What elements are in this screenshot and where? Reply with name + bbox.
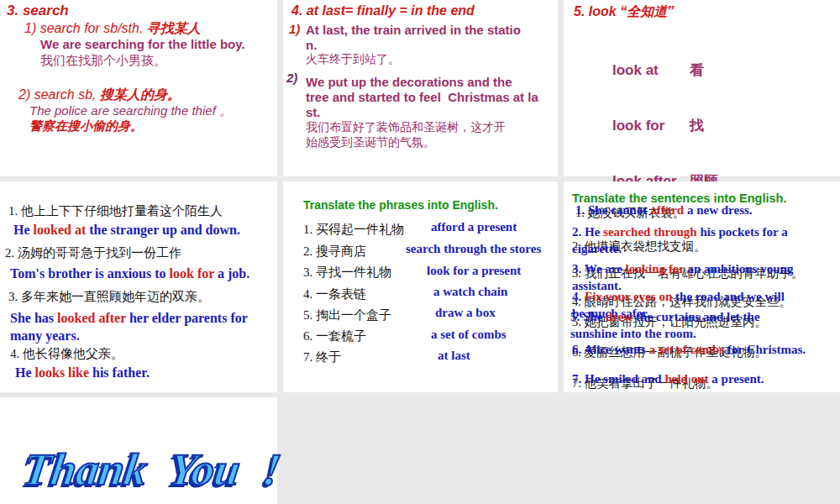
look-phrase-chinese: 找 — [690, 118, 704, 134]
exercise-sentence-4-chinese: 4. 他长得像他父亲。 — [10, 346, 123, 362]
phrase-chinese: 4. 一条表链 — [303, 286, 366, 302]
look-phrase-english: look for — [612, 117, 690, 135]
search-example-2-chinese: 警察在搜小偷的身。 — [29, 118, 143, 134]
search-usage-1-label: 1) search for sb/sth. — [24, 21, 147, 35]
atlast-item-2-english-line3: st. — [306, 105, 321, 119]
phrase-chinese: 7. 终于 — [303, 349, 341, 365]
slide-sorter-canvas: 3. search 1) search for sb/sth. 寻找某人 We … — [0, 0, 840, 504]
slide-search-thumbnail[interactable]: 3. search 1) search for sb/sth. 寻找某人 We … — [0, 0, 277, 176]
atlast-item-2-number: 2) — [286, 71, 297, 85]
atlast-item-2-chinese-line2: 始感受到圣诞节的气氛。 — [306, 135, 435, 149]
phrase-chinese: 2. 搜寻商店 — [303, 244, 366, 260]
slide-atlast-thumbnail[interactable]: 4. at last= finally = in the end 1) At l… — [283, 0, 558, 176]
slide-look-exercise-thumbnail[interactable]: 1. 他上上下下仔细地打量着这个陌生人 He looked at the str… — [0, 181, 277, 392]
look-phrase-row: look for找 — [612, 117, 747, 135]
exercise-sentence-2-english: Tom's brother is anxious to look for a j… — [10, 266, 249, 281]
exercise-sentence-3-english: She has looked after her elder parents f… — [10, 309, 248, 344]
search-usage-1-chinese: 寻找某人 — [147, 21, 201, 35]
atlast-item-1-english-line2: n. — [306, 38, 317, 52]
atlast-item-2-english-line1: We put up the decorations and the — [306, 75, 512, 89]
look-phrase-english: look at — [612, 61, 690, 80]
slide-thankyou-thumbnail[interactable]: Thank You ! — [0, 397, 277, 504]
search-slide-title: 3. search — [7, 3, 69, 19]
exercise-sentence-2-chinese: 2. 汤姆的哥哥急于找到一份工作 — [5, 245, 181, 261]
phrase-chinese: 3. 寻找一件礼物 — [303, 265, 391, 281]
sentence-5-answer: 5. She drew the curtains and let thesuns… — [570, 308, 760, 342]
phrase-answer: at last — [438, 349, 470, 363]
look-phrase-row: look at看 — [612, 61, 747, 80]
search-usage-1: 1) search for sb/sth. 寻找某人 — [24, 20, 201, 38]
atlast-item-2-chinese-line1: 我们布置好了装饰品和圣诞树，这才开 — [306, 120, 506, 134]
sentence-1-answer: 1. She cannot afford a new dress. — [575, 202, 753, 218]
phrase-answer: a set of combs — [431, 328, 507, 342]
atlast-item-1-number: 1) — [289, 22, 300, 36]
exercise-sentence-3-chinese: 3. 多年来她一直照顾她年迈的双亲。 — [8, 289, 210, 305]
exercise-sentence-1-chinese: 1. 他上上下下仔细地打量着这个陌生人 — [8, 203, 223, 219]
phrase-chinese: 1. 买得起一件礼物 — [303, 222, 404, 238]
search-usage-2-chinese: 搜某人的身。 — [100, 87, 181, 102]
slide-phrases-thumbnail[interactable]: Translate the phrases into English. 1. 买… — [283, 181, 558, 392]
sentence-2-answer: 2. He searched through his pockets for a… — [572, 223, 788, 257]
slide-sentences-thumbnail[interactable]: Translate the sentences into English. 1.… — [564, 181, 840, 392]
atlast-item-1-english-line1: At last, the train arrived in the statio — [306, 23, 521, 37]
phrase-answer: a watch chain — [433, 285, 507, 299]
atlast-item-2-chinese: 我们布置好了装饰品和圣诞树，这才开始感受到圣诞节的气氛。 — [306, 119, 506, 150]
sentence-6-answer: 6. Alice wants a set of combs for Christ… — [572, 341, 806, 358]
atlast-item-1-chinese: 火车终于到站了。 — [306, 52, 400, 67]
search-usage-2: 2) search sb, 搜某人的身。 — [18, 87, 181, 104]
search-example-1-english: We are searching for the little boy. — [40, 37, 245, 51]
atlast-slide-title: 4. at last= finally = in the end — [291, 3, 475, 18]
search-example-1-chinese: 我们在找那个小男孩。 — [40, 53, 166, 69]
atlast-item-2-english: We put up the decorations and thetree an… — [306, 75, 538, 120]
atlast-item-2-english-line2: tree and started to feel Christmas at la — [306, 90, 538, 104]
atlast-item-1-english: At last, the train arrived in the statio… — [306, 23, 521, 53]
thank-you-wordart: Thank You ! — [20, 444, 285, 496]
phrases-slide-title: Translate the phrases into English. — [303, 198, 498, 212]
look-slide-title: 5. look “全知道” — [574, 3, 674, 21]
search-usage-2-label: 2) search sb, — [18, 87, 100, 102]
phrase-answer: afford a present — [431, 220, 517, 234]
phrase-answer: search through the stores — [406, 242, 541, 256]
exercise-sentence-4-english: He looks like his father. — [15, 365, 150, 381]
phrase-chinese: 5. 掏出一个盒子 — [303, 307, 391, 323]
sentence-7-answer: 7. He smiled and held out a present. — [572, 370, 764, 387]
slide-look-thumbnail[interactable]: 5. look “全知道” look at看 look for找 look af… — [564, 0, 840, 176]
phrase-answer: draw a box — [435, 306, 496, 320]
exercise-sentence-1-english: He looked at the stranger up and down. — [13, 223, 240, 238]
phrase-chinese: 6. 一套梳子 — [303, 328, 366, 344]
look-phrase-chinese: 看 — [690, 62, 704, 78]
phrase-answer: look for a present — [427, 264, 521, 278]
search-example-2-english: The police are searching the thief 。 — [29, 103, 232, 119]
